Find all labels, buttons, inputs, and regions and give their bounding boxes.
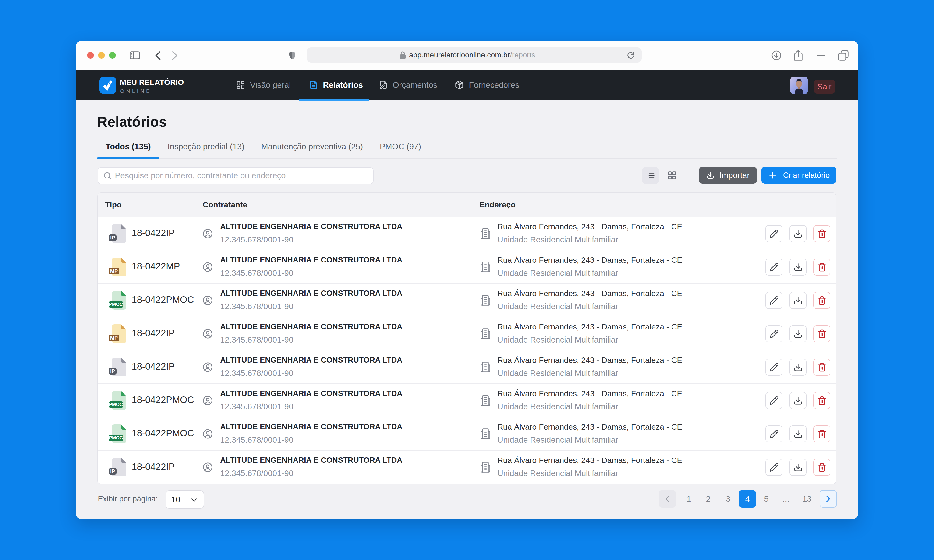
svg-text:PMOC: PMOC	[109, 302, 123, 307]
svg-text:PMOC: PMOC	[109, 435, 123, 440]
svg-text:MP: MP	[110, 335, 118, 341]
svg-text:IP: IP	[110, 468, 115, 474]
svg-text:IP: IP	[110, 235, 115, 241]
svg-text:PMOC: PMOC	[109, 402, 123, 407]
svg-text:IP: IP	[110, 368, 115, 374]
svg-text:MP: MP	[110, 268, 118, 274]
